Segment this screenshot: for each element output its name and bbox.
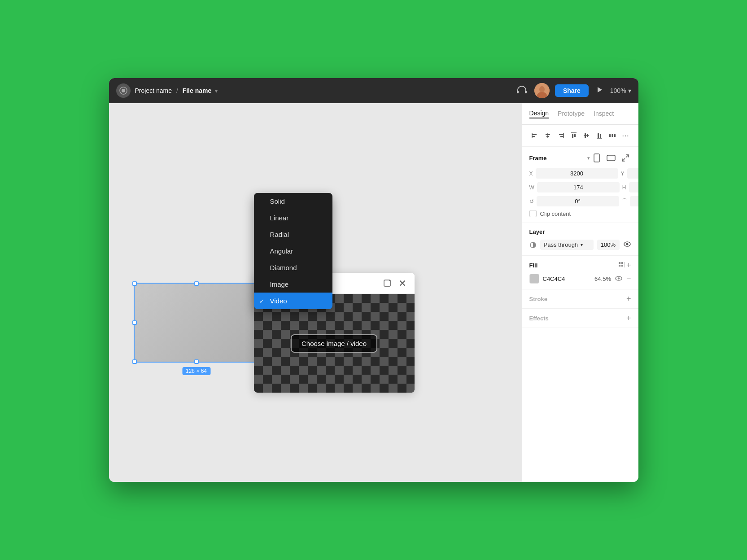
stroke-section: Stroke +: [522, 289, 638, 309]
fill-visibility-btn[interactable]: [615, 275, 623, 283]
svg-rect-18: [560, 136, 564, 137]
layer-mode-btn[interactable]: Pass through ▾: [540, 240, 594, 250]
canvas-area: 128 × 64 Solid Linear Radial Angular Dia…: [109, 103, 522, 482]
x-input[interactable]: [536, 168, 618, 179]
stroke-add-btn[interactable]: +: [626, 295, 631, 303]
tab-inspect[interactable]: Inspect: [594, 110, 614, 118]
tab-design[interactable]: Design: [529, 109, 549, 118]
layer-mode-chevron: ▾: [581, 242, 583, 247]
svg-rect-40: [619, 262, 620, 264]
fill-type-dropdown: Solid Linear Radial Angular Diamond Imag…: [254, 193, 332, 309]
headphone-icon-btn[interactable]: [515, 83, 529, 98]
layer-opacity-icon: [529, 241, 537, 249]
main-area: 128 × 64 Solid Linear Radial Angular Dia…: [109, 103, 638, 482]
stroke-section-header: Stroke +: [529, 295, 631, 303]
dropdown-item-image[interactable]: Image: [254, 276, 332, 293]
dropdown-item-video[interactable]: ✓ Video: [254, 293, 332, 309]
tab-prototype[interactable]: Prototype: [558, 110, 585, 118]
rotation-radius-row: ↺ ⌒: [529, 196, 631, 206]
align-center-h-btn[interactable]: [542, 129, 553, 142]
canvas-element[interactable]: 128 × 64: [134, 283, 259, 363]
fill-grid-btn[interactable]: [618, 262, 625, 269]
fill-remove-btn[interactable]: −: [626, 275, 631, 283]
effects-add-btn[interactable]: +: [626, 314, 631, 322]
effects-section-header: Effects +: [529, 314, 631, 322]
y-input[interactable]: [627, 168, 638, 179]
align-top-btn[interactable]: [568, 129, 579, 142]
frame-portrait-btn[interactable]: [591, 152, 603, 164]
frame-landscape-btn[interactable]: [605, 152, 617, 164]
distribute-btn[interactable]: [607, 129, 618, 142]
radius-input[interactable]: [630, 196, 638, 206]
fill-add-btn[interactable]: +: [626, 261, 631, 269]
effects-section-title: Effects: [529, 315, 626, 322]
svg-rect-8: [384, 280, 390, 286]
panel-tabs: Design Prototype Inspect: [522, 103, 638, 125]
clip-content-checkbox[interactable]: [529, 210, 537, 217]
frame-resize-btn[interactable]: [620, 152, 631, 164]
svg-rect-41: [621, 262, 623, 264]
svg-rect-42: [619, 265, 620, 267]
svg-rect-29: [609, 134, 611, 137]
choose-media-button[interactable]: Choose image / video: [291, 334, 377, 353]
svg-rect-20: [572, 134, 573, 138]
dropdown-item-angular[interactable]: Angular: [254, 243, 332, 259]
fill-panel-square-icon-btn[interactable]: [381, 277, 393, 289]
x-label: X: [529, 171, 533, 177]
layer-visibility-btn[interactable]: [623, 241, 631, 249]
fill-panel-close-btn[interactable]: [397, 277, 408, 289]
titlebar: Project name / File name ▾ Sh: [109, 78, 638, 103]
fill-section-title: Fill: [529, 262, 618, 269]
w-label: W: [529, 184, 534, 191]
handle-tm[interactable]: [194, 281, 199, 286]
dropdown-item-diamond[interactable]: Diamond: [254, 259, 332, 276]
element-size-label: 128 × 64: [182, 367, 210, 375]
share-button[interactable]: Share: [555, 84, 589, 97]
effects-section: Effects +: [522, 309, 638, 328]
clip-content-label: Clip content: [540, 210, 571, 217]
svg-rect-44: [624, 262, 625, 267]
layer-row: Pass through ▾: [529, 240, 631, 250]
dropdown-item-solid[interactable]: Solid: [254, 193, 332, 210]
stroke-section-title: Stroke: [529, 296, 626, 302]
right-panel: Design Prototype Inspect: [522, 103, 638, 482]
dropdown-item-radial[interactable]: Radial: [254, 226, 332, 243]
rotation-input[interactable]: [537, 196, 619, 206]
svg-rect-32: [594, 154, 599, 162]
fill-item-row: C4C4C4 64.5% −: [529, 274, 631, 284]
fill-hex-value: C4C4C4: [543, 276, 588, 282]
handle-tl[interactable]: [132, 281, 137, 286]
h-input[interactable]: [629, 182, 638, 192]
play-button[interactable]: [594, 84, 605, 97]
svg-point-39: [626, 243, 628, 245]
layer-opacity-input[interactable]: [597, 240, 620, 250]
svg-rect-43: [621, 265, 623, 267]
align-right-btn[interactable]: [555, 129, 566, 142]
w-input[interactable]: [537, 182, 620, 192]
svg-rect-31: [614, 134, 616, 137]
fill-section: Fill + C4C4C4 64.5: [522, 256, 638, 289]
layer-section-title: Layer: [529, 228, 631, 235]
dropdown-item-linear[interactable]: Linear: [254, 210, 332, 226]
breadcrumb: Project name / File name ▾: [135, 87, 515, 94]
wh-row: W H: [529, 182, 631, 192]
more-align-btn[interactable]: ⋯: [620, 129, 631, 142]
align-left-btn[interactable]: [529, 129, 541, 142]
handle-bl[interactable]: [132, 359, 137, 364]
handle-bm[interactable]: [194, 359, 199, 364]
rotation-icon: ↺: [529, 198, 534, 205]
h-label: H: [622, 184, 626, 191]
y-label: Y: [621, 171, 625, 177]
svg-rect-17: [559, 134, 564, 135]
align-bottom-btn[interactable]: [594, 129, 605, 142]
handle-ml[interactable]: [132, 320, 137, 325]
frame-section: Frame ▾: [522, 147, 638, 223]
align-row: ⋯: [522, 125, 638, 147]
zoom-control[interactable]: 100% ▾: [610, 87, 631, 94]
titlebar-actions: Share 100% ▾: [515, 83, 631, 98]
align-middle-v-btn[interactable]: [581, 129, 592, 142]
fill-color-swatch[interactable]: [529, 274, 539, 284]
frame-section-header: Frame ▾: [529, 152, 631, 164]
svg-rect-30: [612, 134, 613, 137]
fill-section-header: Fill +: [529, 261, 631, 269]
